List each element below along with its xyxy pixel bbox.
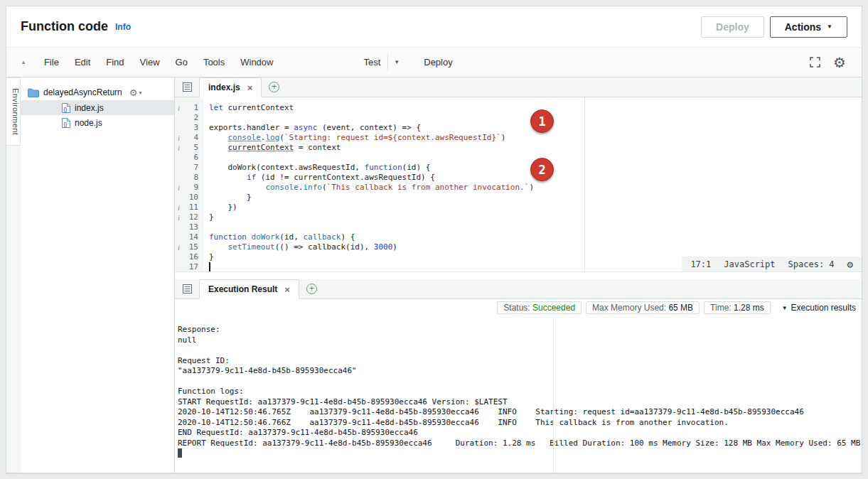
menu-view[interactable]: View: [132, 57, 168, 68]
code-line: 6: [175, 153, 862, 163]
folder-label: delayedAsyncReturn: [43, 87, 122, 97]
results-close-icon[interactable]: ×: [284, 285, 290, 294]
log-line: REPORT RequestId: aa137379-9c11-4e8d-b45…: [178, 438, 862, 449]
info-marker-icon: i: [178, 212, 180, 222]
code-line-text: }: [203, 252, 214, 262]
line-number: 10: [175, 193, 203, 203]
line-number: 7: [175, 163, 203, 173]
line-number: i12: [175, 212, 203, 222]
menu-edit[interactable]: Edit: [67, 57, 98, 68]
results-file-list-icon[interactable]: [175, 279, 199, 298]
caret-down-icon: ▼: [827, 23, 832, 30]
close-icon[interactable]: ×: [247, 83, 253, 92]
log-line: Response:: [178, 325, 862, 335]
result-badges: Status: SucceededMax Memory Used: 65 MBT…: [497, 301, 770, 314]
editor-settings-gear-icon[interactable]: ⚙: [833, 55, 846, 70]
code-line: 7 doWork(context.awsRequestId, function(…: [175, 163, 862, 173]
file-list-icon[interactable]: [175, 77, 199, 97]
badge-label: Status:: [503, 303, 532, 313]
spaces-setting[interactable]: Spaces: 4: [788, 259, 835, 269]
badge-value: 65 MB: [668, 303, 693, 313]
tree-file-index-js[interactable]: {}index.js: [21, 100, 174, 115]
code-line: i1let currentContext: [175, 103, 862, 113]
test-caret-icon[interactable]: ▼: [388, 59, 405, 65]
tree-settings-gear-icon[interactable]: ⚙ ▾: [129, 88, 142, 97]
execution-log[interactable]: Response:null Request ID:"aa137379-9c11-…: [175, 316, 862, 473]
code-line: i15 setTimeout(() => callback(id), 3000): [175, 242, 862, 252]
code-line-text: [203, 153, 209, 163]
line-number: i11: [175, 203, 203, 212]
menu-file[interactable]: File: [36, 57, 67, 68]
annotation-callout-2: 2: [530, 158, 554, 181]
execution-results-toggle[interactable]: ▼ Execution results: [782, 303, 856, 313]
results-pane: Execution Result × + Status: SucceededMa…: [175, 279, 862, 473]
language-mode[interactable]: JavaScript: [724, 259, 775, 269]
code-line: i9 console.info(`This callback is from a…: [175, 183, 862, 193]
collapse-pane-icon[interactable]: ▲: [21, 59, 26, 65]
line-number: i1: [175, 103, 203, 113]
environment-tab[interactable]: Environment: [6, 77, 21, 146]
badge-label: Max Memory Used:: [592, 303, 668, 313]
cursor-position[interactable]: 17:1: [690, 259, 711, 269]
text-cursor: [209, 262, 210, 271]
pane-splitter[interactable]: [175, 272, 862, 279]
code-line-text: setTimeout(() => callback(id), 3000): [203, 242, 397, 252]
code-line: 10 }: [175, 193, 862, 203]
code-line: i12}: [175, 212, 862, 222]
code-tabbar: index.js × +: [175, 77, 862, 97]
line-number: 13: [175, 222, 203, 232]
line-number: 14: [175, 232, 203, 242]
results-toolbar: Status: SucceededMax Memory Used: 65 MBT…: [175, 299, 862, 316]
log-line: "aa137379-9c11-4e8d-b45b-895930ecca46": [178, 366, 862, 377]
badge-value: Succeeded: [532, 303, 575, 313]
tab-index-js[interactable]: index.js ×: [199, 77, 262, 97]
menu-go[interactable]: Go: [168, 57, 195, 68]
line-number: i9: [175, 183, 203, 193]
code-line-text: console.info(`This callback is from anot…: [203, 183, 534, 193]
code-line: i5 currentContext = context: [175, 143, 862, 153]
badge-time: Time: 1.28 ms: [704, 301, 771, 314]
menu-window[interactable]: Window: [232, 57, 281, 68]
log-print-margin: [553, 316, 554, 473]
code-lines: i1let currentContext23exports.handler = …: [175, 103, 862, 272]
log-cursor: [178, 448, 182, 458]
badge-status: Status: Succeeded: [497, 301, 582, 314]
statusbar-gear-icon[interactable]: ⚙: [847, 259, 853, 269]
code-line: 13: [175, 222, 862, 232]
tree-file-node-js[interactable]: {}node.js: [21, 115, 174, 130]
code-line-text: let currentContext: [203, 103, 294, 113]
log-lines: Response:null Request ID:"aa137379-9c11-…: [178, 325, 862, 448]
menu-tools[interactable]: Tools: [195, 57, 232, 68]
menubar-right-icons: ⚙: [810, 55, 850, 70]
code-line-text: function doWork(id, callback) {: [203, 232, 355, 242]
info-link[interactable]: Info: [115, 22, 131, 32]
menubar-deploy-item[interactable]: Deploy: [424, 57, 452, 68]
tree-folder-row[interactable]: delayedAsyncReturn ⚙ ▾: [21, 85, 174, 100]
code-line-text: }): [203, 203, 237, 212]
line-number: i4: [175, 133, 203, 143]
file-label: node.js: [75, 118, 102, 128]
results-toggle-caret-icon: ▼: [782, 305, 788, 311]
results-add-tab-icon[interactable]: +: [306, 284, 317, 294]
log-line: Function logs:: [178, 387, 862, 397]
log-line: [178, 377, 862, 387]
svg-text:{}: {}: [63, 122, 67, 127]
results-tabbar: Execution Result × +: [175, 279, 862, 299]
add-tab-icon[interactable]: +: [269, 82, 279, 92]
log-line: 2020-10-14T12:50:46.766Z aa137379-9c11-4…: [178, 418, 862, 429]
tab-execution-result[interactable]: Execution Result ×: [199, 279, 299, 299]
badge-label: Time:: [710, 303, 734, 313]
run-controls: Test ▼ Deploy: [359, 54, 452, 70]
info-marker-icon: i: [178, 183, 180, 193]
editor-column: index.js × + i1let currentContext23expor…: [175, 77, 862, 473]
actions-button[interactable]: Actions ▼: [770, 16, 847, 38]
code-editor[interactable]: i1let currentContext23exports.handler = …: [175, 97, 862, 272]
js-file-icon: {}: [62, 118, 70, 128]
deploy-button[interactable]: Deploy: [701, 16, 764, 38]
annotation-callout-1: 1: [530, 109, 554, 133]
test-dropdown[interactable]: Test ▼: [359, 54, 405, 70]
code-line: i4 console.log(`Starting: request id=${c…: [175, 133, 862, 143]
line-number: 2: [175, 113, 203, 123]
fullscreen-icon[interactable]: [810, 57, 820, 68]
menu-find[interactable]: Find: [98, 57, 132, 68]
